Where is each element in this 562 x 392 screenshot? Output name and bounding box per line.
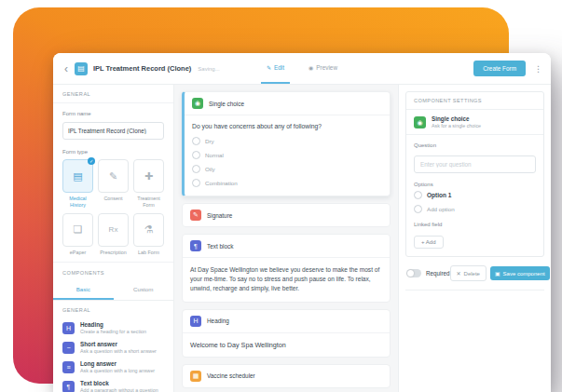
- card-label: Single choice: [209, 101, 244, 107]
- radio-icon[interactable]: [192, 151, 200, 159]
- question-label: Question: [414, 142, 536, 148]
- form-type-treatment-form-tile[interactable]: ✚: [133, 159, 164, 193]
- option1-label: Option 1: [427, 192, 451, 198]
- option1-row[interactable]: Option 1: [414, 191, 536, 199]
- saving-status: Saving...: [198, 66, 219, 72]
- form-type-prescription-tile[interactable]: Rx: [98, 213, 129, 247]
- question-input[interactable]: [414, 155, 536, 173]
- more-menu-icon[interactable]: ⋮: [534, 64, 542, 74]
- card-header: ▦ Vaccine scheduler: [183, 365, 390, 387]
- form-type-medical-history[interactable]: ▤ ✓ Medical History: [62, 159, 93, 209]
- canvas-card-single-choice[interactable]: ◉ Single choice Do you have concerns abo…: [182, 91, 391, 196]
- form-type-lab-form-tile[interactable]: ⚗: [133, 213, 164, 247]
- form-type-label-text: Treatment Form: [133, 196, 164, 209]
- option-row[interactable]: Dry: [192, 137, 382, 145]
- consent-icon: ✎: [109, 170, 117, 182]
- form-type-label-text: Consent: [98, 196, 129, 202]
- tab-basic[interactable]: Basic: [53, 281, 114, 300]
- form-type-treatment-form[interactable]: ✚ Treatment Form: [133, 159, 164, 209]
- save-component-button[interactable]: ▣ Save component: [490, 266, 550, 280]
- option-label: Combination: [205, 180, 238, 186]
- component-desc: Ask a question with a long answer: [80, 368, 155, 373]
- treatment-form-icon: ✚: [144, 170, 153, 182]
- options-label: Options: [414, 182, 536, 187]
- create-form-button[interactable]: Create Form: [473, 61, 526, 76]
- left-sidebar: GENERAL Form name Form type ▤ ✓ Medical …: [53, 85, 174, 392]
- medical-history-icon: ▤: [73, 170, 82, 182]
- required-toggle[interactable]: [406, 269, 421, 277]
- eye-icon: ◉: [308, 64, 313, 71]
- text-block-content: At Day Space Wellington we believe you d…: [190, 265, 382, 294]
- form-type-label-text: Prescription: [98, 250, 129, 256]
- tab-preview[interactable]: ◉ Preview: [303, 53, 343, 84]
- selected-component-desc: Ask for a single choice: [432, 123, 481, 128]
- component-desc: Create a heading for a section: [80, 329, 146, 334]
- card-body: Welcome to Day Spa Wellington: [183, 332, 390, 357]
- form-type-epaper-tile[interactable]: ❏: [62, 213, 93, 247]
- radio-icon[interactable]: [192, 165, 200, 173]
- option-label: Normal: [205, 152, 224, 158]
- radio-icon[interactable]: [192, 137, 200, 145]
- form-type-consent-tile[interactable]: ✎: [98, 159, 129, 193]
- text-block-icon: ¶: [62, 381, 75, 392]
- component-title: Text block: [80, 380, 158, 386]
- form-type-prescription[interactable]: Rx Prescription: [98, 213, 129, 256]
- add-option-row[interactable]: Add option: [414, 205, 536, 213]
- option-row[interactable]: Normal: [192, 151, 382, 159]
- view-tabs: ✎ Edit ◉ Preview: [261, 53, 343, 84]
- card-header: ✎ Signature: [183, 204, 390, 226]
- canvas-card-vaccine-scheduler[interactable]: ▦ Vaccine scheduler: [182, 364, 391, 388]
- component-short-answer[interactable]: − Short answer Ask a question with a sho…: [53, 338, 173, 358]
- component-title: Long answer: [80, 360, 155, 367]
- form-doc-icon: ▤: [75, 62, 88, 75]
- component-heading[interactable]: H Heading Create a heading for a section: [53, 318, 173, 338]
- required-toggle-label: Required: [426, 270, 450, 277]
- selected-component-row: ◉ Single choice Ask for a single choice: [406, 110, 543, 135]
- component-long-answer[interactable]: ≡ Long answer Ask a question with a long…: [53, 358, 173, 377]
- delete-component-button[interactable]: ✕ Delete: [450, 265, 487, 281]
- canvas-card-heading[interactable]: H Heading Welcome to Day Spa Wellington: [182, 309, 391, 358]
- form-type-lab-form[interactable]: ⚗ Lab Form: [133, 213, 164, 256]
- form-name-label: Form name: [62, 111, 164, 116]
- card-label: Text block: [207, 243, 233, 250]
- radio-icon[interactable]: [192, 179, 200, 187]
- add-option-label: Add option: [427, 206, 455, 212]
- form-canvas: ◉ Single choice Do you have concerns abo…: [174, 85, 398, 392]
- form-type-consent[interactable]: ✎ Consent: [98, 159, 129, 209]
- components-general-header: GENERAL: [53, 301, 173, 318]
- option-label: Oily: [205, 166, 215, 172]
- form-type-medical-history-tile[interactable]: ▤ ✓: [62, 159, 93, 193]
- form-type-grid: ▤ ✓ Medical History ✎ Consent ✚: [62, 159, 164, 255]
- selected-check-badge: ✓: [88, 157, 95, 165]
- card-label: Signature: [207, 212, 232, 219]
- canvas-card-signature[interactable]: ✎ Signature: [182, 203, 391, 227]
- option-row[interactable]: Combination: [192, 179, 382, 187]
- back-icon[interactable]: ‹: [64, 62, 68, 75]
- trash-icon: ✕: [457, 270, 461, 277]
- option-row[interactable]: Oily: [192, 165, 382, 173]
- card-body: Do you have concerns about any of follow…: [185, 115, 390, 196]
- form-type-label: Form type: [62, 149, 164, 155]
- component-desc: Ask a question with a short answer: [80, 348, 157, 354]
- component-title: Short answer: [80, 341, 157, 347]
- component-text-block[interactable]: ¶ Text block Add a paragraph without a q…: [53, 377, 173, 392]
- radio-icon[interactable]: [414, 191, 422, 199]
- settings-fields: Question Options Option 1 Add option Lin…: [406, 135, 543, 256]
- component-title: Heading: [80, 321, 146, 328]
- card-label: Heading: [207, 318, 229, 324]
- add-linked-field-button[interactable]: + Add: [414, 236, 444, 249]
- tab-custom[interactable]: Custom: [114, 281, 174, 300]
- form-type-epaper[interactable]: ❏ ePaper: [62, 213, 93, 256]
- card-body: At Day Space Wellington we believe you d…: [183, 257, 390, 302]
- heading-icon: H: [62, 322, 75, 334]
- tab-edit-label: Edit: [274, 64, 284, 71]
- tab-edit[interactable]: ✎ Edit: [261, 53, 290, 84]
- form-name-input[interactable]: [62, 122, 164, 140]
- option-label: Dry: [205, 138, 214, 144]
- canvas-card-text-block[interactable]: ¶ Text block At Day Space Wellington we …: [182, 234, 391, 303]
- tab-preview-label: Preview: [316, 64, 337, 71]
- delete-label: Delete: [464, 271, 480, 277]
- card-header: H Heading: [183, 310, 390, 332]
- single-choice-icon: ◉: [414, 116, 426, 128]
- heading-icon: H: [190, 316, 201, 327]
